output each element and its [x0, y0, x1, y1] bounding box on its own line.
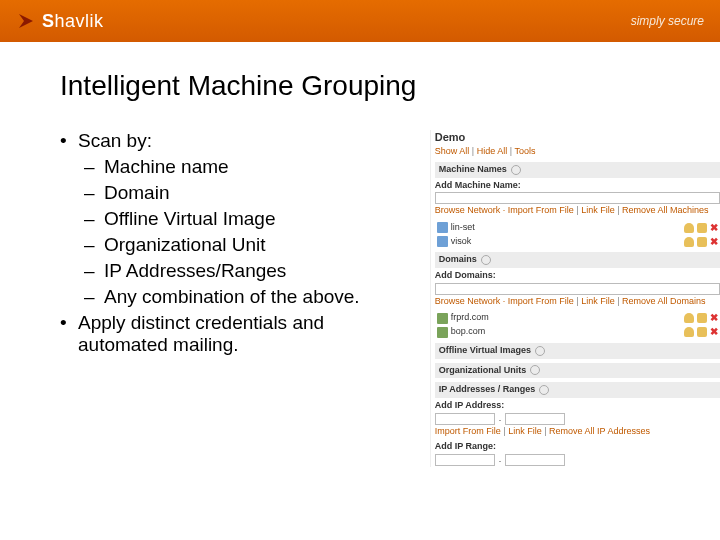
section-machine-names[interactable]: Machine Names	[435, 162, 720, 178]
domain-icon	[437, 327, 448, 338]
remove-all-ip-link[interactable]: Remove All IP Addresses	[549, 426, 650, 436]
brand-header: Shavlik simply secure	[0, 0, 720, 42]
group-icon[interactable]	[697, 327, 707, 337]
bullet-sub-item: IP Addresses/Ranges	[78, 260, 418, 282]
user-icon[interactable]	[684, 223, 694, 233]
ip-octet-input[interactable]	[505, 413, 565, 425]
remove-all-domains-link[interactable]: Remove All Domains	[622, 296, 706, 306]
import-file-link[interactable]: Import From File	[508, 205, 574, 215]
group-icon[interactable]	[697, 223, 707, 233]
section-ou[interactable]: Organizational Units	[435, 363, 720, 379]
brand-logo: Shavlik	[16, 11, 104, 32]
brand-name: Shavlik	[42, 11, 104, 32]
logo-icon	[16, 11, 36, 31]
bullet-sub-item: Any combination of the above.	[78, 286, 418, 308]
bullet-sub-item: Organizational Unit	[78, 234, 418, 256]
collapse-icon[interactable]	[481, 255, 491, 265]
bullet-apply: Apply distinct credentials and automated…	[60, 312, 418, 356]
browse-network-link[interactable]: Browse Network	[435, 296, 501, 306]
demo-panel: Demo Show All | Hide All | Tools Machine…	[430, 130, 720, 467]
brand-tagline: simply secure	[631, 14, 704, 28]
section-offline-virtual[interactable]: Offline Virtual Images	[435, 343, 720, 359]
add-machine-label: Add Machine Name:	[435, 180, 720, 192]
tools-link[interactable]: Tools	[514, 146, 535, 156]
section-ip[interactable]: IP Addresses / Ranges	[435, 382, 720, 398]
domain-input[interactable]	[435, 283, 720, 295]
svg-marker-0	[19, 14, 33, 28]
machine-item-row: lin-set ✖	[435, 221, 720, 235]
link-file-link[interactable]: Link File	[581, 296, 615, 306]
ip-range-input[interactable]	[505, 454, 565, 466]
user-icon[interactable]	[684, 237, 694, 247]
bullet-list: Scan by: Machine name Domain Offline Vir…	[60, 130, 418, 360]
collapse-icon[interactable]	[511, 165, 521, 175]
bullet-sub-item: Offline Virtual Image	[78, 208, 418, 230]
collapse-icon[interactable]	[539, 385, 549, 395]
show-all-link[interactable]: Show All	[435, 146, 470, 156]
add-ip-range-label: Add IP Range:	[435, 441, 720, 453]
panel-top-links: Show All | Hide All | Tools	[435, 146, 720, 158]
domain-item-row: frprd.com ✖	[435, 311, 720, 325]
bullet-scan-by: Scan by:	[78, 130, 152, 151]
domain-item-row: bop.com ✖	[435, 325, 720, 339]
link-file-link[interactable]: Link File	[508, 426, 542, 436]
section-domains[interactable]: Domains	[435, 252, 720, 268]
remove-all-machines-link[interactable]: Remove All Machines	[622, 205, 709, 215]
add-domains-label: Add Domains:	[435, 270, 720, 282]
remove-icon[interactable]: ✖	[710, 313, 718, 323]
import-file-link[interactable]: Import From File	[508, 296, 574, 306]
domain-icon	[437, 313, 448, 324]
link-file-link[interactable]: Link File	[581, 205, 615, 215]
page-title: Intelligent Machine Grouping	[60, 70, 720, 102]
machine-item-row: visok ✖	[435, 235, 720, 249]
user-icon[interactable]	[684, 313, 694, 323]
bullet-sub-item: Domain	[78, 182, 418, 204]
machine-icon	[437, 222, 448, 233]
import-file-link[interactable]: Import From File	[435, 426, 501, 436]
collapse-icon[interactable]	[530, 365, 540, 375]
add-ip-address-label: Add IP Address:	[435, 400, 720, 412]
remove-icon[interactable]: ✖	[710, 237, 718, 247]
hide-all-link[interactable]: Hide All	[477, 146, 508, 156]
user-icon[interactable]	[684, 327, 694, 337]
machine-name-input[interactable]	[435, 192, 720, 204]
browse-network-link[interactable]: Browse Network	[435, 205, 501, 215]
group-icon[interactable]	[697, 313, 707, 323]
panel-title: Demo	[435, 130, 720, 144]
remove-icon[interactable]: ✖	[710, 223, 718, 233]
ip-range-input[interactable]	[435, 454, 495, 466]
bullet-sub-item: Machine name	[78, 156, 418, 178]
remove-icon[interactable]: ✖	[710, 327, 718, 337]
machine-icon	[437, 236, 448, 247]
ip-octet-input[interactable]	[435, 413, 495, 425]
collapse-icon[interactable]	[535, 346, 545, 356]
group-icon[interactable]	[697, 237, 707, 247]
